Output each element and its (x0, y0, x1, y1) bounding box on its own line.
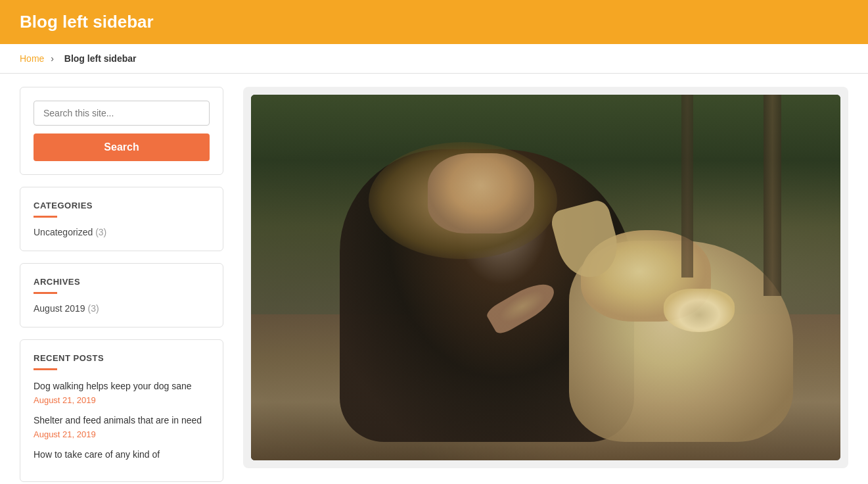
archive-count: (3) (88, 303, 99, 314)
category-count: (3) (95, 227, 106, 237)
categories-widget: CATEGORIES Uncategorized (3) (20, 187, 223, 251)
search-button[interactable]: Search (34, 133, 210, 161)
breadcrumb: Home › Blog left sidebar (0, 44, 868, 74)
breadcrumb-current: Blog left sidebar (64, 53, 137, 64)
archives-underline (34, 292, 57, 294)
search-input[interactable] (34, 101, 210, 126)
search-widget: Search (20, 87, 223, 175)
site-header: Blog left sidebar (0, 0, 868, 44)
recent-post-2-title[interactable]: Shelter and feed animals that are in nee… (34, 415, 202, 425)
categories-underline (34, 216, 57, 218)
recent-post-3: How to take care of any kind of (34, 448, 210, 462)
main-content (243, 87, 848, 468)
recent-posts-title: RECENT POSTS (34, 353, 210, 363)
person-face (428, 153, 534, 233)
recent-post-1: Dog walking helps keep your dog sane Aug… (34, 379, 210, 407)
category-item: Uncategorized (3) (34, 227, 210, 237)
recent-post-1-title[interactable]: Dog walking helps keep your dog sane (34, 381, 192, 391)
post-image-container (251, 95, 840, 460)
sidebar: Search CATEGORIES Uncategorized (3) ARCH… (20, 87, 223, 482)
recent-post-2-date: August 21, 2019 (34, 429, 96, 439)
tree-trunk-2 (681, 95, 693, 278)
recent-posts-underline (34, 368, 57, 370)
dog-snout (664, 289, 735, 333)
category-label[interactable]: Uncategorized (34, 227, 93, 237)
breadcrumb-separator: › (51, 53, 54, 64)
post-image (251, 95, 840, 460)
archive-item: August 2019 (3) (34, 303, 210, 314)
archives-title: ARCHIVES (34, 277, 210, 287)
tree-trunk-1 (764, 95, 781, 296)
breadcrumb-home-link[interactable]: Home (20, 53, 44, 64)
site-title: Blog left sidebar (20, 12, 848, 32)
categories-title: CATEGORIES (34, 201, 210, 210)
archives-widget: ARCHIVES August 2019 (3) (20, 263, 223, 327)
recent-posts-widget: RECENT POSTS Dog walking helps keep your… (20, 339, 223, 482)
recent-post-1-date: August 21, 2019 (34, 395, 96, 405)
recent-post-3-title[interactable]: How to take care of any kind of (34, 449, 160, 460)
recent-post-2: Shelter and feed animals that are in nee… (34, 414, 210, 441)
archive-label[interactable]: August 2019 (34, 303, 85, 314)
page-layout: Search CATEGORIES Uncategorized (3) ARCH… (0, 74, 868, 484)
